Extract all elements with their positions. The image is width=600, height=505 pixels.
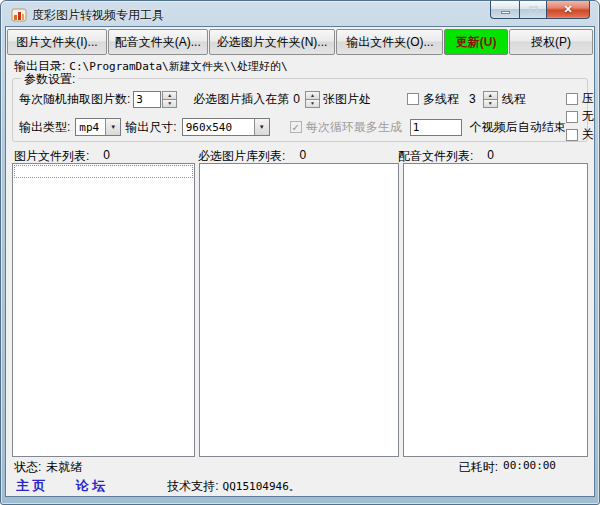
home-link[interactable]: 主 页 bbox=[16, 477, 46, 495]
output-directory-path: C:\ProgramData\新建文件夹\\处理好的\ bbox=[69, 59, 287, 74]
loop-limit-checkbox: ✓ bbox=[290, 121, 302, 133]
minimize-icon bbox=[501, 11, 510, 14]
thread-count-value: 3 bbox=[469, 92, 476, 106]
list-boxes bbox=[12, 163, 588, 457]
output-directory-row: 输出目录: C:\ProgramData\新建文件夹\\处理好的\ bbox=[6, 57, 594, 74]
spinner-down-icon[interactable]: ▼ bbox=[305, 100, 320, 108]
output-size-select[interactable]: 960x540 ▼ bbox=[182, 118, 270, 136]
required-image-listbox[interactable] bbox=[199, 163, 399, 457]
links-row: 主 页 论 坛 技术支持: QQ15104946。 bbox=[6, 475, 594, 495]
group-left: 每次随机抽取图片数: ▲ ▼ 必选图片插入在第 0 ▲ ▼ bbox=[19, 89, 566, 137]
support-value: QQ15104946。 bbox=[223, 479, 300, 494]
output-type-value: mp4 bbox=[76, 121, 105, 134]
spinner-down-icon[interactable]: ▼ bbox=[162, 100, 177, 108]
maximize-icon bbox=[529, 6, 538, 14]
audio-list-header: 配音文件列表: 0 bbox=[398, 148, 588, 162]
loop-limit-checkbox-row: ✓ 每次循环最多生成 bbox=[290, 119, 402, 136]
group-inner: 每次随机抽取图片数: ▲ ▼ 必选图片插入在第 0 ▲ ▼ bbox=[19, 89, 581, 137]
window-title: 度彩图片转视频专用工具 bbox=[32, 7, 164, 24]
chevron-down-icon[interactable]: ▼ bbox=[254, 119, 269, 135]
group-title: 参数设置: bbox=[21, 71, 78, 88]
thread-count-stepper[interactable]: ▲ ▼ bbox=[483, 91, 498, 108]
close-icon: ✕ bbox=[563, 4, 572, 15]
spinner-up-icon[interactable]: ▲ bbox=[305, 91, 320, 100]
image-list-header: 图片文件列表: 0 bbox=[14, 148, 198, 162]
toolbar: 图片文件夹(I)... 配音文件夹(A)... 必选图片文件夹(N)... 输出… bbox=[6, 27, 594, 57]
loop-limit-input[interactable] bbox=[410, 119, 462, 136]
status-label: 状态: bbox=[14, 459, 41, 476]
output-type-select[interactable]: mp4 ▼ bbox=[75, 118, 121, 136]
elapsed-block: 已耗时: 00:00:00 bbox=[459, 459, 556, 476]
update-button[interactable]: 更新(U) bbox=[444, 29, 508, 55]
param-row-1: 每次随机抽取图片数: ▲ ▼ 必选图片插入在第 0 ▲ ▼ bbox=[19, 89, 566, 109]
audio-folder-button[interactable]: 配音文件夹(A)... bbox=[108, 29, 208, 55]
elapsed-value: 00:00:00 bbox=[503, 459, 556, 476]
insert-position-label-pre: 必选图片插入在第 bbox=[193, 91, 289, 108]
chevron-down-icon[interactable]: ▼ bbox=[105, 119, 120, 135]
insert-position-value: 0 bbox=[293, 92, 300, 106]
shutdown-checkbox[interactable] bbox=[566, 129, 578, 141]
audio-list-label: 配音文件列表: bbox=[398, 148, 473, 162]
param-row-2: 输出类型: mp4 ▼ 输出尺寸: 960x540 ▼ ✓ bbox=[19, 117, 566, 137]
required-image-list-header: 必选图片库列表: 0 bbox=[198, 148, 398, 162]
required-image-list-count: 0 bbox=[299, 148, 306, 162]
support-label: 技术支持: bbox=[167, 478, 218, 495]
shutdown-checkbox-row[interactable]: 关机 bbox=[566, 126, 595, 143]
parameter-settings-group: 参数设置: 每次随机抽取图片数: ▲ ▼ 必选图片插入在第 0 bbox=[12, 78, 588, 142]
image-list-count: 0 bbox=[103, 148, 110, 162]
no-black-border-checkbox[interactable] bbox=[566, 111, 578, 123]
support-block: 技术支持: QQ15104946。 bbox=[167, 478, 300, 495]
audio-list-count: 0 bbox=[487, 148, 494, 162]
random-pick-stepper[interactable]: ▲ ▼ bbox=[162, 91, 177, 108]
random-pick-label: 每次随机抽取图片数: bbox=[19, 91, 130, 108]
multithread-checkbox[interactable] bbox=[407, 93, 419, 105]
image-list-label: 图片文件列表: bbox=[14, 148, 89, 162]
list-labels-row: 图片文件列表: 0 必选图片库列表: 0 配音文件列表: 0 bbox=[6, 146, 594, 162]
shutdown-label: 关机 bbox=[582, 126, 595, 143]
insert-position-label-post: 张图片处 bbox=[323, 91, 371, 108]
client-area: 图片文件夹(I)... 配音文件夹(A)... 必选图片文件夹(N)... 输出… bbox=[5, 26, 595, 497]
close-button[interactable]: ✕ bbox=[546, 1, 590, 19]
output-size-value: 960x540 bbox=[183, 121, 254, 134]
status-row: 状态: 未就绪 已耗时: 00:00:00 bbox=[6, 457, 594, 475]
multithread-checkbox-row[interactable]: 多线程 bbox=[407, 91, 459, 108]
license-button[interactable]: 授权(P) bbox=[509, 29, 593, 55]
compress-video-label: 压缩视频 bbox=[582, 90, 595, 107]
maximize-button[interactable] bbox=[519, 1, 546, 19]
app-window: 度彩图片转视频专用工具 ✕ 图片文件夹(I)... 配音文件夹(A)... 必选… bbox=[0, 0, 600, 505]
spinner-up-icon[interactable]: ▲ bbox=[162, 91, 177, 100]
app-icon bbox=[11, 7, 27, 23]
required-images-folder-button[interactable]: 必选图片文件夹(N)... bbox=[209, 29, 336, 55]
random-pick-input[interactable] bbox=[133, 91, 161, 108]
elapsed-label: 已耗时: bbox=[459, 459, 498, 476]
images-folder-button[interactable]: 图片文件夹(I)... bbox=[7, 29, 107, 55]
spinner-up-icon[interactable]: ▲ bbox=[483, 91, 498, 100]
forum-link[interactable]: 论 坛 bbox=[76, 477, 106, 495]
thread-label: 线程 bbox=[502, 91, 526, 108]
compress-video-checkbox-row[interactable]: 压缩视频 bbox=[566, 90, 595, 107]
compress-video-checkbox[interactable] bbox=[566, 93, 578, 105]
caption-buttons: ✕ bbox=[490, 1, 590, 19]
required-image-list-label: 必选图片库列表: bbox=[198, 148, 285, 162]
focused-empty-item bbox=[14, 165, 193, 178]
minimize-button[interactable] bbox=[490, 1, 519, 19]
output-folder-button[interactable]: 输出文件夹(O)... bbox=[336, 29, 443, 55]
loop-limit-label-post: 个视频后自动结束 bbox=[470, 119, 566, 136]
audio-file-listbox[interactable] bbox=[403, 163, 588, 457]
no-black-border-label: 无黑边缩放 bbox=[582, 108, 595, 125]
no-black-border-checkbox-row[interactable]: 无黑边缩放 bbox=[566, 108, 595, 125]
loop-limit-label: 每次循环最多生成 bbox=[306, 119, 402, 136]
multithread-label: 多线程 bbox=[423, 91, 459, 108]
image-file-listbox[interactable] bbox=[12, 163, 195, 457]
output-size-label: 输出尺寸: bbox=[125, 119, 176, 136]
status-value: 未就绪 bbox=[46, 459, 82, 476]
output-type-label: 输出类型: bbox=[19, 119, 70, 136]
spinner-down-icon[interactable]: ▼ bbox=[483, 100, 498, 108]
group-right-checkboxes: 压缩视频 无黑边缩放 关机 bbox=[566, 89, 595, 137]
insert-position-stepper[interactable]: ▲ ▼ bbox=[305, 91, 320, 108]
